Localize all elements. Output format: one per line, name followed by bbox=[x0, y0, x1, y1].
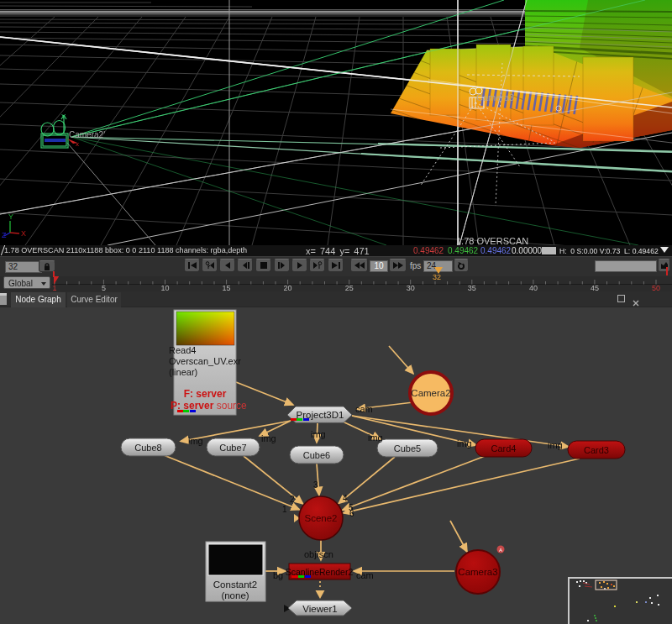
svg-text:img: img bbox=[261, 433, 276, 443]
svg-text:Card3: Card3 bbox=[584, 445, 609, 455]
svg-text:obj/scn: obj/scn bbox=[304, 549, 333, 559]
svg-text:10: 10 bbox=[160, 284, 169, 292]
svg-text:Camera2': Camera2' bbox=[69, 130, 105, 139]
svg-text:Cube7: Cube7 bbox=[219, 443, 246, 453]
svg-text:Y: Y bbox=[8, 212, 13, 221]
svg-text:Camera2: Camera2 bbox=[411, 388, 450, 398]
svg-text:50: 50 bbox=[652, 284, 660, 292]
svg-text:Cube5: Cube5 bbox=[394, 443, 421, 454]
svg-text:P: server source: P: server source bbox=[171, 400, 247, 412]
svg-text:img: img bbox=[457, 438, 472, 448]
svg-text:5: 5 bbox=[102, 284, 106, 292]
svg-text:Viewer1: Viewer1 bbox=[302, 604, 337, 614]
svg-text:1: 1 bbox=[282, 505, 287, 514]
svg-text:Cube8: Cube8 bbox=[134, 443, 161, 453]
svg-text:Card4: Card4 bbox=[491, 443, 517, 454]
svg-text:(none): (none) bbox=[221, 590, 249, 600]
svg-text:A: A bbox=[499, 548, 502, 553]
svg-text:cam: cam bbox=[356, 570, 374, 580]
svg-text:Read4: Read4 bbox=[169, 345, 196, 355]
svg-text:img: img bbox=[188, 436, 203, 446]
svg-text:2: 2 bbox=[290, 495, 295, 504]
svg-text:Camera3: Camera3 bbox=[458, 567, 497, 577]
svg-text:bg: bg bbox=[273, 570, 283, 580]
svg-text:Overscan_UV.exr: Overscan_UV.exr bbox=[169, 356, 241, 366]
svg-text:Z: Z bbox=[2, 231, 7, 239]
svg-text:25: 25 bbox=[345, 284, 354, 292]
svg-text:3: 3 bbox=[313, 480, 318, 490]
svg-text:15: 15 bbox=[223, 284, 231, 292]
svg-text:Y: Y bbox=[61, 113, 66, 120]
svg-text:Constant2: Constant2 bbox=[213, 579, 257, 590]
svg-text:img: img bbox=[311, 429, 326, 439]
svg-text:30: 30 bbox=[407, 284, 415, 292]
svg-text:cam: cam bbox=[355, 404, 373, 414]
svg-text:X: X bbox=[21, 229, 26, 238]
svg-text:F: server: F: server bbox=[184, 388, 227, 400]
svg-text:img: img bbox=[548, 440, 563, 450]
svg-text:(linear): (linear) bbox=[169, 367, 197, 377]
svg-text:Cube6: Cube6 bbox=[303, 450, 330, 460]
svg-text:35: 35 bbox=[468, 284, 476, 292]
svg-text:x: x bbox=[76, 140, 79, 148]
svg-text:20: 20 bbox=[284, 284, 292, 292]
svg-text:45: 45 bbox=[591, 284, 599, 292]
svg-text:Camera3: Camera3 bbox=[476, 92, 514, 102]
svg-text:40: 40 bbox=[529, 284, 538, 292]
svg-text:Scene2: Scene2 bbox=[304, 513, 337, 523]
svg-text:6: 6 bbox=[349, 509, 354, 518]
svg-text:img: img bbox=[368, 433, 383, 443]
svg-text:4: 4 bbox=[343, 494, 348, 503]
